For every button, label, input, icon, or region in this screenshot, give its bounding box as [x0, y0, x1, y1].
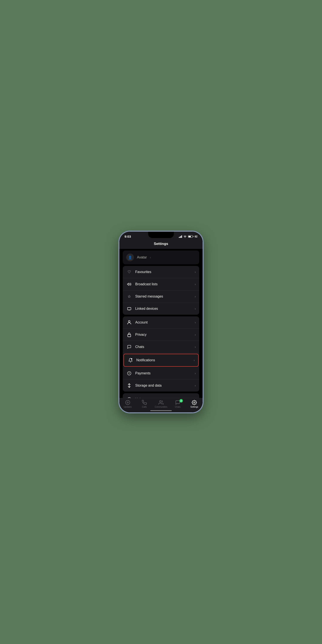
- linked-chevron: ›: [195, 307, 196, 310]
- status-icons: 62: [179, 235, 198, 238]
- tab-settings[interactable]: Settings: [188, 400, 201, 408]
- notch: [148, 232, 174, 238]
- storage-icon: [126, 382, 132, 388]
- settings-item-chats[interactable]: Chats ›: [123, 341, 199, 353]
- settings-header: Settings: [119, 240, 203, 249]
- help-icon: [126, 396, 132, 398]
- account-icon: [126, 320, 132, 326]
- broadcast-lists-label: Broadcast lists: [135, 282, 192, 286]
- settings-item-account[interactable]: Account ›: [123, 316, 199, 329]
- svg-point-17: [160, 400, 161, 402]
- chats-badge: 2: [180, 399, 183, 402]
- notifications-icon: [127, 357, 133, 363]
- svg-point-15: [126, 400, 130, 405]
- linked-devices-label: Linked devices: [135, 307, 192, 310]
- settings-item-starred-messages[interactable]: ☆ Starred messages ›: [123, 290, 199, 303]
- help-label: Help: [135, 397, 192, 398]
- battery-icon: [188, 235, 194, 238]
- settings-content: 👤 Avatar › ♡ Favourites ›: [119, 249, 203, 398]
- settings-item-help[interactable]: Help ›: [123, 393, 199, 398]
- calls-icon: [142, 400, 147, 405]
- communities-icon: [158, 400, 164, 405]
- svg-point-4: [128, 320, 130, 322]
- star-icon: ☆: [126, 294, 132, 300]
- svg-rect-5: [128, 334, 131, 337]
- payments-label: Payments: [135, 371, 192, 375]
- broadcast-icon: [126, 281, 132, 287]
- settings-item-favourites[interactable]: ♡ Favourites ›: [123, 266, 199, 278]
- chats-chevron: ›: [195, 345, 196, 348]
- tab-calls[interactable]: Calls: [138, 400, 151, 408]
- payments-chevron: ›: [195, 372, 196, 375]
- updates-icon: [125, 400, 130, 405]
- notifications-label: Notifications: [136, 358, 190, 362]
- help-chevron: ›: [195, 398, 196, 398]
- chats-label: Chats: [135, 345, 192, 349]
- svg-point-16: [127, 402, 128, 403]
- starred-chevron: ›: [195, 295, 196, 298]
- favourites-label: Favourites: [135, 270, 192, 274]
- svg-text:₹: ₹: [128, 372, 130, 374]
- privacy-label: Privacy: [135, 333, 192, 336]
- chats-icon: [126, 344, 132, 350]
- settings-group-2: Account › Privacy ›: [123, 316, 199, 392]
- lock-icon: [126, 332, 132, 338]
- settings-group-3: Help › Invite a friend ›: [123, 393, 199, 398]
- settings-item-linked-devices[interactable]: Linked devices ›: [123, 303, 199, 315]
- heart-icon: ♡: [126, 269, 132, 275]
- privacy-chevron: ›: [195, 333, 196, 336]
- storage-and-data-label: Storage and data: [135, 384, 192, 388]
- settings-group-1: ♡ Favourites › Broadcast lists ›: [123, 266, 199, 315]
- account-chevron: ›: [195, 321, 196, 324]
- settings-item-broadcast-lists[interactable]: Broadcast lists ›: [123, 278, 199, 290]
- settings-icon: [192, 400, 197, 405]
- tab-updates-label: Updates: [124, 406, 132, 408]
- tab-chats-label: Chats: [175, 406, 180, 408]
- status-bar: 9:03: [119, 232, 203, 240]
- avatar-row[interactable]: 👤 Avatar ›: [123, 250, 199, 264]
- starred-messages-label: Starred messages: [135, 294, 192, 298]
- favourites-chevron: ›: [195, 270, 196, 274]
- tab-chats[interactable]: 2 Chats: [171, 400, 184, 408]
- avatar-chevron: ›: [150, 256, 151, 259]
- settings-item-notifications[interactable]: Notifications ›: [124, 354, 198, 367]
- home-indicator: [150, 410, 172, 411]
- tab-updates[interactable]: Updates: [121, 400, 134, 408]
- signal-bars-icon: [179, 235, 182, 238]
- battery-level: 62: [195, 235, 198, 238]
- svg-marker-0: [128, 283, 129, 286]
- settings-item-payments[interactable]: ₹ Payments ›: [123, 367, 199, 380]
- avatar-icon: 👤: [126, 254, 134, 261]
- svg-rect-6: [131, 358, 132, 359]
- payments-icon: ₹: [126, 370, 132, 376]
- notifications-chevron: ›: [194, 358, 195, 362]
- broadcast-chevron: ›: [195, 282, 196, 286]
- tab-calls-label: Calls: [142, 406, 146, 408]
- page-title: Settings: [154, 242, 168, 246]
- settings-item-storage-and-data[interactable]: Storage and data ›: [123, 380, 199, 392]
- svg-point-18: [194, 402, 195, 403]
- tab-communities-label: Communities: [155, 406, 167, 408]
- svg-point-10: [128, 398, 131, 398]
- linked-devices-icon: [126, 306, 132, 312]
- settings-item-privacy[interactable]: Privacy ›: [123, 329, 199, 341]
- tab-communities[interactable]: Communities: [154, 400, 168, 408]
- svg-rect-1: [128, 308, 131, 310]
- storage-chevron: ›: [195, 384, 196, 387]
- tab-settings-label: Settings: [190, 406, 198, 408]
- status-time: 9:03: [124, 235, 131, 238]
- account-label: Account: [135, 320, 192, 324]
- wifi-icon: [183, 235, 187, 238]
- avatar-label: Avatar: [137, 256, 147, 259]
